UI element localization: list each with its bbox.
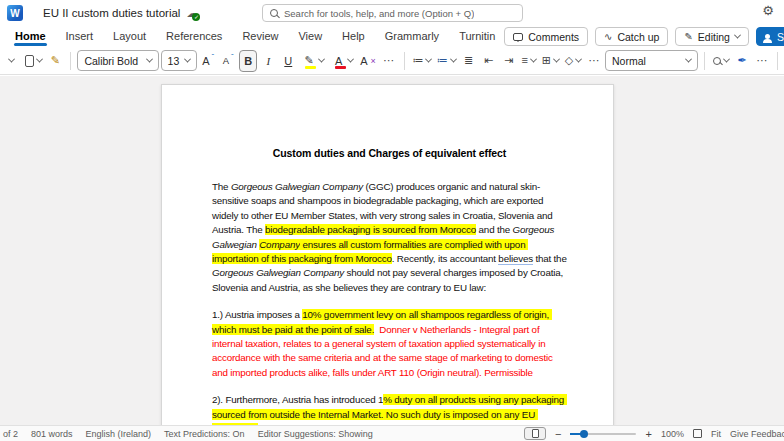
tab-review[interactable]: Review	[232, 27, 288, 47]
catch-up-button[interactable]: ∿ Catch up	[595, 27, 668, 46]
chevron-down-icon	[575, 56, 582, 63]
clear-formatting-button[interactable]: A×	[358, 50, 377, 72]
page-text: The Gorgeous Galwegian Company (GGC) pro…	[212, 180, 567, 425]
ribbon-overflow-button[interactable]: ⋯	[753, 50, 771, 72]
tab-home[interactable]: Home	[5, 27, 56, 47]
tab-layout[interactable]: Layout	[103, 27, 156, 47]
word-logo-icon[interactable]: W	[7, 5, 23, 21]
paragraph: 1.) Austria imposes a 10% government lev…	[212, 308, 567, 380]
paragraph: 2). Furthermore, Austria has introduced …	[212, 393, 567, 425]
style-value: Normal	[612, 55, 646, 67]
divider	[704, 52, 705, 70]
editor-button[interactable]: ✒	[733, 50, 751, 72]
multilevel-list-button[interactable]: ≣	[460, 50, 478, 72]
comment-bubble-icon	[513, 33, 523, 41]
chevron-down-icon	[146, 56, 153, 63]
document-page[interactable]: Custom duties and Charges of equivalent …	[161, 84, 614, 425]
text-highlight-button[interactable]: ✎	[299, 50, 327, 72]
document-title[interactable]: EU II custom duties tutorial	[43, 7, 180, 19]
font-name-combobox[interactable]: Calibri Bold	[77, 50, 158, 71]
editor-suggestions-status[interactable]: Editor Suggestions: Showing	[258, 429, 373, 439]
zoom-slider-thumb[interactable]	[580, 430, 588, 438]
increase-indent-button[interactable]: ⇥	[500, 50, 518, 72]
shrink-font-button[interactable]: Aˇ	[219, 50, 237, 72]
shading-button[interactable]: ◇	[563, 50, 583, 72]
word-web-app: W EU II custom duties tutorial ☁ ✓ Searc…	[0, 0, 784, 441]
chevron-down-icon	[450, 56, 457, 63]
settings-gear-icon[interactable]: ⚙	[762, 4, 774, 17]
grow-font-button[interactable]: Aˆ	[199, 50, 217, 72]
font-color-icon: A	[332, 50, 346, 72]
tab-help[interactable]: Help	[332, 27, 375, 47]
zoom-slider[interactable]	[570, 433, 636, 435]
alignment-button[interactable]: ≡	[520, 50, 538, 72]
tab-references[interactable]: References	[156, 27, 232, 47]
share-button[interactable]: Share	[756, 27, 784, 46]
document-heading: Custom duties and Charges of equivalent …	[212, 147, 567, 159]
zoom-in-button[interactable]: +	[645, 428, 651, 440]
chevron-down-icon	[723, 56, 730, 63]
search-placeholder: Search for tools, help, and more (Option…	[284, 8, 474, 19]
page-view-button[interactable]	[524, 427, 546, 440]
font-size-combobox[interactable]: 13	[161, 50, 198, 71]
catch-up-icon: ∿	[604, 32, 612, 42]
feedback-link[interactable]: Give Feedback to Microsoft	[730, 429, 784, 439]
more-font-options-button[interactable]: ⋯	[380, 50, 398, 72]
underline-button[interactable]: U	[279, 50, 297, 72]
word-count[interactable]: 801 words	[31, 429, 73, 439]
status-left: of 2 801 words English (Ireland) Text Pr…	[0, 429, 373, 439]
fit-button[interactable]: Fit	[711, 429, 721, 439]
numbering-button[interactable]: ≔	[435, 50, 457, 72]
more-paragraph-options-button[interactable]: ⋯	[585, 50, 603, 72]
font-size-value: 13	[168, 55, 180, 67]
format-painter-icon: ✎	[51, 55, 60, 66]
chevron-down-icon	[184, 56, 191, 63]
text-predictions-status[interactable]: Text Predictions: On	[164, 429, 245, 439]
comments-label: Comments	[528, 31, 579, 43]
ribbon-toolbar: ✎ Calibri Bold 13 Aˆ Aˇ B I U ✎	[0, 47, 784, 75]
clear-formatting-icon: A	[360, 55, 367, 67]
editing-label: Editing	[698, 31, 730, 43]
tab-turnitin[interactable]: Turnitin	[449, 27, 505, 47]
chevron-down-icon	[685, 56, 692, 63]
undo-menu-chevron[interactable]	[2, 50, 20, 72]
paragraph: The Gorgeous Galwegian Company (GGC) pro…	[212, 180, 567, 295]
bullets-button[interactable]: ≔	[411, 50, 433, 72]
editing-mode-dropdown[interactable]: ✎ Editing	[675, 27, 749, 46]
zoom-out-button[interactable]: −	[555, 428, 561, 440]
bold-button[interactable]: B	[239, 50, 257, 72]
divider	[777, 52, 778, 70]
bullets-icon: ≔	[412, 55, 423, 66]
find-button[interactable]	[711, 50, 731, 72]
shading-bucket-icon: ◇	[565, 55, 573, 66]
page-count[interactable]: of 2	[3, 429, 18, 439]
paste-button[interactable]	[22, 50, 44, 72]
saved-check-icon: ✓	[192, 13, 200, 21]
insert-table-button[interactable]: ⊞	[540, 50, 561, 72]
text-run: The	[212, 181, 231, 192]
table-icon: ⊞	[542, 55, 551, 66]
tab-view[interactable]: View	[288, 27, 332, 47]
status-right: − + 100% Fit Give Feedback to Microsoft	[524, 427, 784, 440]
styles-combobox[interactable]: Normal	[605, 50, 698, 71]
zoom-level[interactable]: 100%	[661, 429, 684, 439]
document-canvas[interactable]: Custom duties and Charges of equivalent …	[0, 76, 784, 425]
italic-button[interactable]: I	[259, 50, 277, 72]
text-run: 2). Furthermore, Austria has introduced …	[212, 394, 383, 405]
decrease-indent-button[interactable]: ⇤	[480, 50, 498, 72]
grow-font-icon: A	[202, 55, 209, 67]
numbering-icon: ≔	[437, 55, 448, 66]
tab-insert[interactable]: Insert	[56, 27, 104, 47]
alignment-icon: ≡	[522, 55, 528, 66]
page-icon	[532, 429, 539, 438]
language-indicator[interactable]: English (Ireland)	[86, 429, 152, 439]
font-color-button[interactable]: A	[329, 50, 357, 72]
chevron-down-icon	[553, 56, 560, 63]
comments-button[interactable]: Comments	[504, 27, 588, 46]
tab-grammarly[interactable]: Grammarly	[375, 27, 449, 47]
format-painter-button[interactable]: ✎	[46, 50, 64, 72]
search-icon	[713, 57, 721, 65]
search-icon	[270, 9, 278, 17]
text-run: Gorgeous Galwegian Company	[212, 267, 344, 278]
search-input[interactable]: Search for tools, help, and more (Option…	[262, 4, 523, 22]
